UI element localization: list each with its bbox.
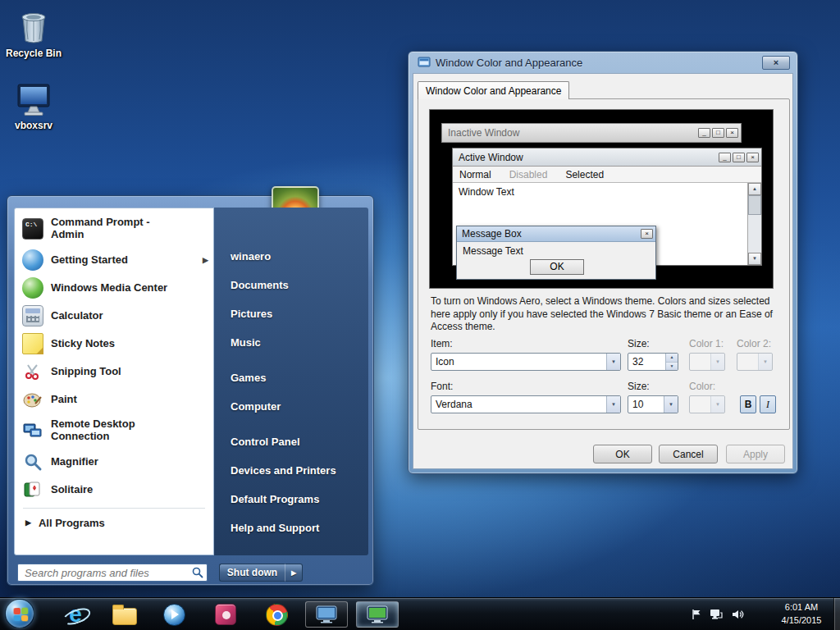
action-center-flag-icon	[691, 609, 702, 620]
dialog-titlebar[interactable]: Window Color and Appearance	[409, 52, 797, 73]
item-size-spinner[interactable]: ▲ ▼	[628, 353, 678, 371]
taskbar-chrome[interactable]	[260, 600, 293, 628]
tray-volume[interactable]	[730, 608, 745, 621]
start-right-pictures[interactable]: Pictures	[214, 299, 368, 328]
start-right-username[interactable]: winaero	[214, 242, 368, 271]
chevron-down-icon: ▼	[710, 354, 724, 370]
taskbar-windows-explorer[interactable]	[108, 600, 141, 628]
color1-dropdown: ▼	[689, 353, 725, 371]
tray-action-center[interactable]	[689, 608, 704, 621]
tray-network[interactable]	[709, 608, 724, 621]
font-dropdown[interactable]: Verdana ▼	[431, 395, 621, 413]
start-item-calculator[interactable]: Calculator	[15, 302, 213, 330]
shutdown-control: Shut down ▶	[219, 564, 303, 582]
spin-up-icon[interactable]: ▲	[666, 354, 678, 363]
start-item-remote-desktop[interactable]: Remote Desktop Connection	[15, 413, 213, 448]
tab-window-color-appearance[interactable]: Window Color and Appearance	[418, 81, 569, 99]
start-item-windows-media-center[interactable]: Windows Media Center	[15, 274, 213, 302]
item-size-input[interactable]	[628, 354, 665, 370]
ok-button[interactable]: OK	[593, 445, 652, 463]
close-button[interactable]: ×	[762, 56, 790, 70]
theme-preview: Inactive Window _ □ × Active Window _	[429, 109, 774, 289]
dialog-client-area: Window Color and Appearance Inactive Win…	[413, 73, 793, 469]
shutdown-arrow-icon: ▶	[291, 569, 296, 577]
color1-label: Color 1:	[689, 338, 724, 349]
desktop-icon-recycle-bin[interactable]: Recycle Bin	[2, 7, 66, 59]
taskbar-media-app[interactable]	[209, 600, 242, 628]
taskbar-media-player[interactable]	[158, 600, 190, 628]
start-menu-left-pane: Command Prompt - Admin Getting Started ▶…	[14, 208, 214, 555]
folder-icon	[112, 608, 137, 625]
spinner-buttons[interactable]: ▲ ▼	[665, 354, 678, 370]
recycle-bin-icon	[16, 7, 52, 46]
start-right-devices-printers[interactable]: Devices and Printers	[214, 456, 368, 485]
chrome-icon	[266, 604, 288, 626]
search-icon	[192, 567, 203, 578]
solitaire-icon	[22, 479, 43, 500]
font-label: Font:	[431, 381, 453, 392]
scroll-up-icon: ▲	[748, 183, 761, 195]
spin-down-icon[interactable]: ▼	[666, 363, 678, 371]
start-item-snipping-tool[interactable]: Snipping Tool	[15, 358, 213, 386]
start-right-music[interactable]: Music	[214, 328, 368, 357]
start-item-getting-started[interactable]: Getting Started ▶	[15, 246, 213, 274]
preview-menu-normal: Normal	[459, 169, 491, 180]
start-search-box[interactable]	[17, 564, 208, 582]
start-right-documents[interactable]: Documents	[214, 271, 368, 299]
desktop-icon-label: vboxsrv	[15, 120, 52, 131]
media-app-icon	[215, 604, 236, 625]
desktop-icon-label: Recycle Bin	[6, 48, 62, 59]
all-programs-arrow-icon: ▶	[25, 518, 31, 527]
bold-button[interactable]: B	[740, 395, 756, 413]
close-icon: ×	[641, 229, 653, 239]
start-right-control-panel[interactable]: Control Panel	[214, 427, 368, 456]
preview-message-box: Message Box × Message Text OK	[456, 226, 656, 280]
show-desktop-button[interactable]	[833, 598, 840, 630]
chevron-down-icon: ▼	[664, 396, 678, 413]
all-programs[interactable]: ▶ All Programs	[15, 512, 213, 533]
start-right-computer[interactable]: Computer	[214, 392, 368, 421]
command-prompt-icon	[22, 218, 43, 240]
start-right-games[interactable]: Games	[214, 363, 368, 392]
chevron-down-icon: ▼	[606, 354, 620, 370]
magnifier-icon	[22, 451, 43, 472]
italic-button[interactable]: I	[760, 395, 776, 413]
shutdown-button[interactable]: Shut down	[219, 564, 285, 582]
desktop-icon-vboxsrv[interactable]: vboxsrv	[2, 82, 66, 131]
start-item-paint[interactable]: Paint	[15, 386, 213, 413]
shutdown-options-arrow[interactable]: ▶	[285, 564, 303, 582]
preview-msgbox-title: Message Box	[462, 228, 522, 240]
preview-inactive-title: Inactive Window	[448, 127, 519, 139]
start-item-solitaire[interactable]: Solitaire	[15, 476, 213, 504]
start-right-default-programs[interactable]: Default Programs	[214, 485, 368, 514]
apply-button: Apply	[726, 445, 785, 463]
close-icon: ×	[774, 57, 778, 67]
dialog-description: To turn on Windows Aero, select a Window…	[431, 295, 775, 334]
taskbar-window-display[interactable]	[305, 601, 348, 628]
submenu-arrow-icon: ▶	[203, 256, 208, 264]
start-right-help-support[interactable]: Help and Support	[214, 514, 368, 542]
start-item-command-prompt-admin[interactable]: Command Prompt - Admin	[15, 212, 213, 246]
start-button[interactable]	[5, 599, 34, 628]
start-item-sticky-notes[interactable]: Sticky Notes	[15, 330, 213, 358]
getting-started-icon	[22, 249, 43, 271]
snipping-tool-icon	[22, 361, 43, 382]
font-size-dropdown[interactable]: 10 ▼	[628, 395, 678, 413]
clock-time: 6:01 AM	[769, 601, 833, 614]
preview-message-text: Message Text	[457, 242, 655, 257]
taskbar-clock[interactable]: 6:01 AM 4/15/2015	[769, 601, 833, 628]
preview-scrollbar: ▲ ▼	[747, 183, 761, 265]
start-item-magnifier[interactable]: Magnifier	[15, 448, 213, 476]
maximize-icon: □	[733, 153, 745, 162]
preview-menu-disabled: Disabled	[509, 169, 548, 180]
taskbar-internet-explorer[interactable]: e	[59, 600, 92, 628]
item-dropdown[interactable]: Icon ▼	[431, 353, 621, 371]
close-icon: ×	[726, 128, 738, 138]
network-icon	[710, 609, 723, 621]
dialog-icon	[418, 56, 431, 69]
taskbar-window-personalization[interactable]	[356, 601, 399, 628]
scrollbar-thumb	[748, 195, 761, 215]
cancel-button[interactable]: Cancel	[659, 445, 718, 463]
preview-menu-selected: Selected	[565, 169, 604, 180]
search-input[interactable]	[23, 566, 192, 580]
